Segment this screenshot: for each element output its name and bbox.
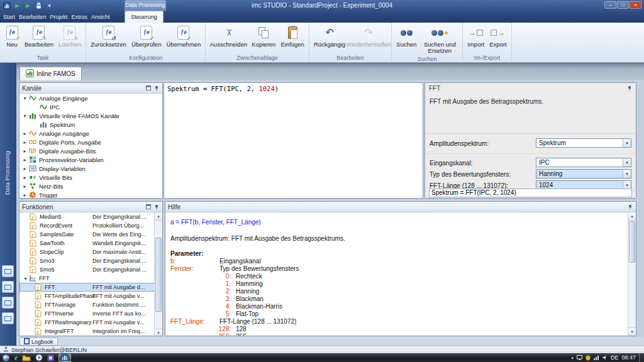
expand-closed-icon[interactable]: ▸: [21, 148, 28, 154]
maximize-button[interactable]: □: [617, 1, 629, 9]
list-item[interactable]: ƒFFTRealImaginaryFFT mit Ausgabe v...: [19, 318, 162, 327]
pin-icon[interactable]: [627, 204, 633, 210]
tree-item-virtuelle-bits[interactable]: ▸ Virtuelle Bits: [19, 173, 162, 182]
minimize-button[interactable]: –: [604, 1, 616, 9]
explorer-folder-icon[interactable]: [22, 354, 31, 362]
tree-item-digitale-ausgabe-bits[interactable]: ▸ Digitale Ausgabe-Bits: [19, 146, 162, 155]
dock-icon[interactable]: [145, 85, 152, 91]
internet-explorer-icon[interactable]: e: [14, 354, 18, 362]
tree-item-trigger[interactable]: ▸ Trigger: [19, 190, 162, 199]
list-item[interactable]: ƒIntegralFFTIntegration im Freq...: [19, 327, 162, 336]
scroll-up-icon[interactable]: ▴: [155, 212, 162, 221]
suchen-button[interactable]: Suchen: [394, 23, 419, 55]
import-button[interactable]: → Import: [465, 23, 487, 54]
panel-layout-icon-4[interactable]: [2, 312, 14, 324]
tree-item-digitale-ports-ausgabe[interactable]: ▸ Digitale Ports, Ausgabe: [19, 138, 162, 146]
uebernehmen-button[interactable]: ƒe✓ Übernehmen: [164, 23, 203, 54]
tree-item-analoge-eingaenge[interactable]: ▾ Analoge Eingänge: [19, 94, 162, 102]
imc-studio-taskbar-icon[interactable]: [58, 354, 71, 362]
chevron-down-icon[interactable]: ▾: [623, 170, 631, 178]
suchen-und-ersetzen-button[interactable]: Suchen und Ersetzen: [419, 23, 460, 55]
list-item[interactable]: ƒSmo5Der Eingangskanal ...: [19, 265, 162, 274]
taskbar-clock[interactable]: 08:47: [621, 354, 636, 361]
expand-open-icon[interactable]: ▾: [21, 113, 28, 119]
export-button[interactable]: → Export: [487, 23, 509, 54]
side-rail-tab-data-processing[interactable]: Data Processing: [4, 141, 13, 204]
tree-item-spektrum[interactable]: Spektrum: [19, 120, 162, 129]
tray-volume-icon[interactable]: [602, 355, 608, 360]
tray-monitor-icon[interactable]: [577, 355, 582, 360]
kopieren-button[interactable]: Kopieren: [249, 23, 278, 54]
pin-icon[interactable]: [153, 85, 160, 91]
scroll-up-icon[interactable]: ▴: [628, 212, 636, 221]
chevron-down-icon[interactable]: ▾: [623, 158, 631, 167]
logbook-tab[interactable]: Logbook: [19, 337, 58, 346]
tree-item-netz-bits[interactable]: ▸ Netz-Bits: [19, 182, 162, 190]
panel-layout-icon-1[interactable]: [2, 265, 14, 277]
neu-button[interactable]: ƒe+ Neu: [2, 23, 22, 54]
expand-closed-icon[interactable]: ▸: [21, 184, 28, 189]
tree-item-ipc[interactable]: IPC: [19, 102, 162, 111]
function-group-fft[interactable]: ▾FFT: [19, 274, 162, 283]
chevron-down-icon[interactable]: ▾: [623, 139, 631, 147]
scrollbar-thumb[interactable]: [155, 238, 162, 312]
list-item[interactable]: ƒFFTAverageFunktion bestimmt ...: [19, 300, 162, 309]
bewertungsfenster-dropdown[interactable]: Hanning▾: [536, 169, 631, 178]
ausschneiden-button[interactable]: ✂ Ausschneiden: [208, 23, 249, 54]
amplitudenspektrum-dropdown[interactable]: Spektrum▾: [536, 138, 631, 148]
einfuegen-button[interactable]: Einfügen: [278, 23, 307, 54]
tab-start[interactable]: Start: [1, 11, 17, 23]
language-indicator[interactable]: DE: [611, 354, 619, 361]
list-item[interactable]: ƒSlopeClipDer maximale Ansti...: [19, 248, 162, 256]
list-item[interactable]: ƒSamplesGateDie Werte des Eing...: [19, 230, 162, 239]
tree-item-prozessvektor-variablen[interactable]: ▸ Prozessvektor-Variablen: [19, 155, 162, 164]
scroll-down-icon[interactable]: ▾: [628, 327, 636, 336]
dock-icon[interactable]: [145, 204, 152, 210]
panel-layout-icon-3[interactable]: [2, 297, 14, 309]
app-shortcut-icon[interactable]: [47, 354, 54, 362]
start-button[interactable]: [2, 354, 10, 362]
list-item[interactable]: ƒFFTInverseInverse FFT aus ko...: [19, 309, 162, 318]
list-item[interactable]: ƒFFTAmplitudePhaseFFT mit Ausgabe v...: [19, 292, 162, 300]
expand-closed-icon[interactable]: ▸: [21, 166, 28, 172]
tab-bearbeiten[interactable]: Bearbeiten: [17, 11, 48, 23]
famos-code-editor[interactable]: Spektrum = FFT(IPC, 2, 1024): [164, 82, 423, 199]
scrollbar-thumb[interactable]: [629, 221, 635, 263]
loeschen-button[interactable]: ƒe× Löschen: [56, 23, 84, 54]
pin-icon[interactable]: [626, 85, 633, 91]
zuruecksetzen-button[interactable]: ƒe↺ Zurücksetzen: [88, 23, 129, 54]
wiederherstellen-button[interactable]: ↷ Wiederherstellen: [348, 23, 389, 54]
expand-closed-icon[interactable]: ▸: [21, 175, 28, 180]
tab-ansicht[interactable]: Ansicht: [89, 11, 112, 23]
rueckgaengig-button[interactable]: ↶ Rückgängig: [311, 23, 348, 54]
ueberpruefen-button[interactable]: ƒe✓ Überprüfen: [129, 23, 164, 54]
expand-open-icon[interactable]: ▾: [22, 276, 29, 282]
tree-item-virtuelle-inline-famos-kanaele[interactable]: ▾ Virtuelle Inline FAMOS Kanäle: [19, 111, 162, 120]
bearbeiten-button[interactable]: ƒe✎ Bearbeiten: [22, 23, 56, 54]
list-item-fft-selected[interactable]: ƒFFTFFT mit Ausgabe d...: [19, 283, 162, 292]
expand-closed-icon[interactable]: ▸: [21, 131, 28, 136]
list-item[interactable]: ƒMedian5Der Eingangskanal ...: [19, 212, 162, 221]
list-item[interactable]: ƒSmo3Der Eingangskanal ...: [19, 256, 162, 265]
panel-layout-icon-2[interactable]: [2, 281, 14, 293]
tree-item-display-variablen[interactable]: ▸ Display-Variablen: [19, 164, 162, 173]
expand-closed-icon[interactable]: ▸: [21, 192, 28, 198]
expand-closed-icon[interactable]: ▸: [21, 140, 28, 145]
tab-inline-famos[interactable]: Inline FAMOS: [19, 67, 82, 80]
close-button[interactable]: ×: [630, 1, 641, 9]
tab-steuerung[interactable]: Steuerung: [125, 11, 164, 23]
tray-network-icon[interactable]: [594, 355, 599, 360]
funktionen-scrollbar[interactable]: ▴ ▾: [154, 212, 162, 336]
list-item[interactable]: ƒSawToothWandelt Eingangsk...: [19, 239, 162, 248]
tab-extras[interactable]: Extras: [70, 11, 90, 23]
pin-icon[interactable]: [153, 204, 160, 210]
expand-open-icon[interactable]: ▾: [21, 96, 28, 101]
media-player-icon[interactable]: [35, 354, 43, 362]
expand-closed-icon[interactable]: ▸: [21, 157, 28, 163]
list-item[interactable]: ƒRecordEventProtokolliert Überg...: [19, 221, 162, 230]
eingangskanal-dropdown[interactable]: IPC▾: [536, 158, 631, 167]
tree-item-analoge-ausgaenge[interactable]: ▸ Analoge Ausgänge: [19, 129, 162, 138]
tray-chevron-icon[interactable]: ▴: [571, 355, 574, 360]
tray-shield-icon[interactable]: [586, 355, 591, 361]
show-desktop-button[interactable]: [639, 353, 643, 362]
